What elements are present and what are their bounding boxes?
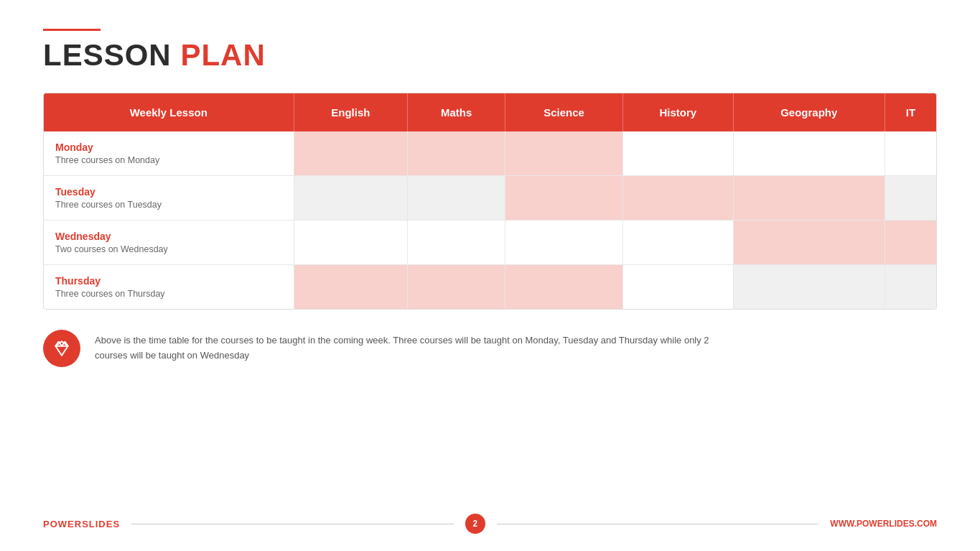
diamond-icon xyxy=(43,330,80,367)
cell-tuesday-science xyxy=(505,176,623,221)
bottom-line-right xyxy=(497,524,819,524)
cell-tuesday-it xyxy=(885,176,936,221)
cell-thursday-geography xyxy=(733,265,885,310)
cell-wednesday-science xyxy=(505,221,623,265)
day-desc-tuesday: Three courses on Tuesday xyxy=(55,200,282,210)
col-history: History xyxy=(623,93,733,131)
cell-thursday-history xyxy=(623,265,733,310)
title-dark: LESSON xyxy=(43,38,172,72)
day-name-tuesday: Tuesday xyxy=(55,186,282,198)
day-name-wednesday: Wednesday xyxy=(55,231,282,242)
col-geography: Geography xyxy=(733,93,885,131)
cell-wednesday-maths xyxy=(408,221,505,265)
lesson-table: Weekly Lesson English Maths Science Hist… xyxy=(44,93,936,309)
day-desc-wednesday: Two courses on Wednesday xyxy=(55,244,282,254)
day-desc-monday: Three courses on Monday xyxy=(55,155,282,165)
cell-wednesday-history xyxy=(623,221,733,265)
cell-monday-it xyxy=(885,131,936,176)
page-title: LESSON PLAN xyxy=(43,38,937,73)
table-header-row: Weekly Lesson English Maths Science Hist… xyxy=(44,93,936,131)
cell-tuesday-maths xyxy=(408,176,505,221)
cell-thursday-science xyxy=(505,265,623,310)
day-cell-tuesday: Tuesday Three courses on Tuesday xyxy=(44,176,294,221)
day-cell-monday: Monday Three courses on Monday xyxy=(44,131,294,176)
bottom-brand: POWERSLIDES xyxy=(43,519,120,529)
footer-note: Above is the time table for the courses … xyxy=(43,330,937,367)
footer-text: Above is the time table for the courses … xyxy=(95,333,741,364)
bottom-url: WWW.POWERLIDES.COM xyxy=(830,519,937,529)
day-desc-thursday: Three courses on Thursday xyxy=(55,289,282,299)
cell-monday-history xyxy=(623,131,733,176)
diamond-svg xyxy=(52,339,71,358)
table-row: Wednesday Two courses on Wednesday xyxy=(44,221,936,265)
cell-thursday-english xyxy=(294,265,408,310)
day-cell-thursday: Thursday Three courses on Thursday xyxy=(44,265,294,310)
cell-thursday-maths xyxy=(408,265,505,310)
cell-wednesday-english xyxy=(294,221,408,265)
cell-wednesday-it xyxy=(885,221,936,265)
cell-wednesday-geography xyxy=(733,221,885,265)
cell-monday-english xyxy=(294,131,408,176)
col-english: English xyxy=(294,93,408,131)
day-name-thursday: Thursday xyxy=(55,275,282,287)
page: LESSON PLAN Weekly Lesson English Maths … xyxy=(0,0,980,551)
col-it: IT xyxy=(885,93,936,131)
cell-thursday-it xyxy=(885,265,936,310)
cell-monday-science xyxy=(505,131,623,176)
table-row: Thursday Three courses on Thursday xyxy=(44,265,936,310)
day-cell-wednesday: Wednesday Two courses on Wednesday xyxy=(44,221,294,265)
bottom-bar: POWERSLIDES 2 WWW.POWERLIDES.COM xyxy=(43,514,937,534)
col-maths: Maths xyxy=(408,93,505,131)
bottom-line-left xyxy=(131,524,454,524)
day-name-monday: Monday xyxy=(55,142,282,153)
title-red: PLAN xyxy=(180,38,265,72)
header-accent-line xyxy=(43,29,101,31)
brand-dark: POWER xyxy=(43,519,82,529)
brand-red: SLIDES xyxy=(82,519,120,529)
cell-monday-geography xyxy=(733,131,885,176)
cell-monday-maths xyxy=(408,131,505,176)
table-row: Monday Three courses on Monday xyxy=(44,131,936,176)
cell-tuesday-geography xyxy=(733,176,885,221)
page-number-badge: 2 xyxy=(465,514,485,534)
table-row: Tuesday Three courses on Tuesday xyxy=(44,176,936,221)
col-science: Science xyxy=(505,93,623,131)
lesson-table-container: Weekly Lesson English Maths Science Hist… xyxy=(43,93,937,310)
col-weekly-lesson: Weekly Lesson xyxy=(44,93,294,131)
cell-tuesday-history xyxy=(623,176,733,221)
cell-tuesday-english xyxy=(294,176,408,221)
